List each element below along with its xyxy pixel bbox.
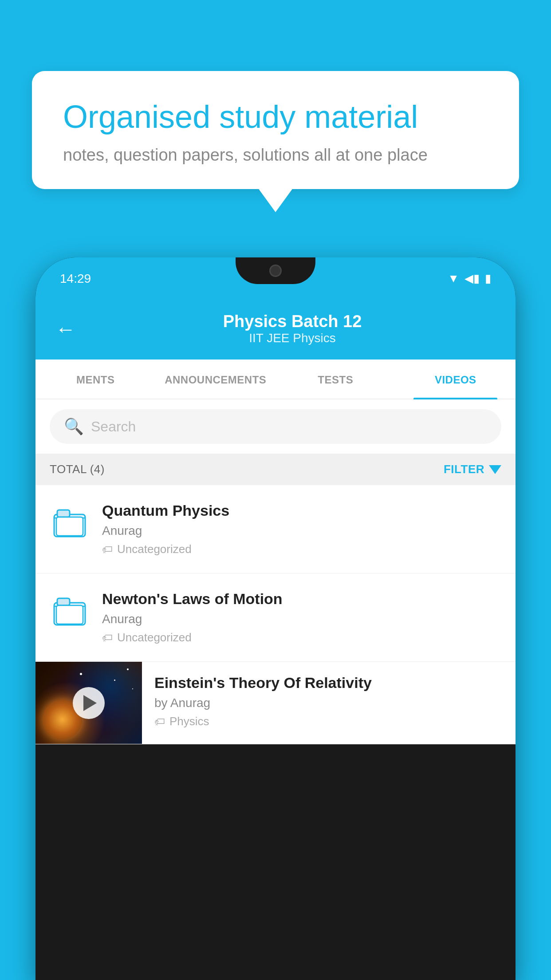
item-tag: 🏷 Uncategorized [102, 542, 501, 556]
svg-rect-1 [57, 510, 70, 517]
tag-icon: 🏷 [154, 715, 165, 728]
speech-bubble-subtitle: notes, question papers, solutions all at… [63, 146, 488, 165]
filter-bar: TOTAL (4) FILTER [35, 454, 516, 485]
header-title-block: Physics Batch 12 IIT JEE Physics [89, 312, 496, 345]
filter-icon [489, 465, 501, 474]
battery-icon: ▮ [485, 272, 491, 285]
svg-rect-2 [56, 517, 83, 536]
filter-button[interactable]: FILTER [444, 462, 501, 476]
total-count: TOTAL (4) [50, 462, 105, 476]
svg-rect-5 [56, 605, 83, 624]
folder-icon [52, 594, 87, 627]
video-title: Einstein's Theory Of Relativity [154, 674, 503, 692]
wifi-icon: ▼ [448, 272, 459, 285]
signal-icon: ◀▮ [464, 272, 480, 285]
list-item-video[interactable]: Einstein's Theory Of Relativity by Anura… [35, 662, 516, 744]
content-list: Quantum Physics Anurag 🏷 Uncategorized [35, 485, 516, 744]
tag-icon: 🏷 [102, 632, 113, 644]
folder-icon-container [50, 590, 90, 630]
status-time: 14:29 [60, 272, 91, 286]
search-icon: 🔍 [64, 417, 84, 436]
tab-announcements[interactable]: ANNOUNCEMENTS [156, 360, 276, 399]
status-bar: 14:29 ▼ ◀▮ ▮ [35, 257, 516, 300]
folder-icon [52, 506, 87, 539]
video-tag: 🏷 Physics [154, 715, 503, 728]
star [114, 680, 115, 681]
tag-icon: 🏷 [102, 543, 113, 556]
folder-icon-container [50, 502, 90, 542]
tab-ments[interactable]: MENTS [35, 360, 156, 399]
play-triangle-icon [83, 695, 97, 711]
back-button[interactable]: ← [55, 317, 76, 341]
star [132, 688, 133, 689]
tab-tests[interactable]: TESTS [276, 360, 396, 399]
status-icons: ▼ ◀▮ ▮ [448, 272, 491, 285]
speech-bubble: Organised study material notes, question… [32, 71, 519, 189]
star [80, 673, 82, 675]
speech-bubble-title: Organised study material [63, 98, 488, 136]
search-input[interactable]: Search [91, 419, 136, 435]
batch-title: Physics Batch 12 [89, 312, 496, 331]
phone-notch [236, 257, 315, 284]
video-author: by Anurag [154, 696, 503, 710]
tag-label: Physics [169, 715, 209, 728]
star [127, 668, 129, 670]
tabs-bar: MENTS ANNOUNCEMENTS TESTS VIDEOS [35, 360, 516, 399]
video-thumbnail [35, 662, 142, 744]
item-author: Anurag [102, 524, 501, 538]
camera-lens [269, 265, 282, 277]
item-author: Anurag [102, 612, 501, 626]
item-tag: 🏷 Uncategorized [102, 631, 501, 644]
list-item[interactable]: Newton's Laws of Motion Anurag 🏷 Uncateg… [35, 573, 516, 662]
list-item-content: Newton's Laws of Motion Anurag 🏷 Uncateg… [102, 590, 501, 644]
tag-label: Uncategorized [117, 542, 192, 556]
filter-label: FILTER [444, 462, 484, 476]
list-item[interactable]: Quantum Physics Anurag 🏷 Uncategorized [35, 485, 516, 573]
item-title: Quantum Physics [102, 502, 501, 519]
list-item-content: Quantum Physics Anurag 🏷 Uncategorized [102, 502, 501, 556]
tab-videos[interactable]: VIDEOS [396, 360, 516, 399]
phone-frame: 14:29 ▼ ◀▮ ▮ ← Physics Batch 12 IIT JEE … [35, 257, 516, 980]
tag-label: Uncategorized [117, 631, 192, 644]
app-header: ← Physics Batch 12 IIT JEE Physics [35, 300, 516, 360]
batch-subtitle: IIT JEE Physics [89, 331, 496, 345]
search-container: 🔍 Search [35, 399, 516, 454]
search-bar[interactable]: 🔍 Search [50, 409, 501, 444]
play-button[interactable] [73, 687, 105, 719]
video-content: Einstein's Theory Of Relativity by Anura… [142, 662, 516, 741]
item-title: Newton's Laws of Motion [102, 590, 501, 608]
svg-rect-4 [57, 598, 70, 605]
